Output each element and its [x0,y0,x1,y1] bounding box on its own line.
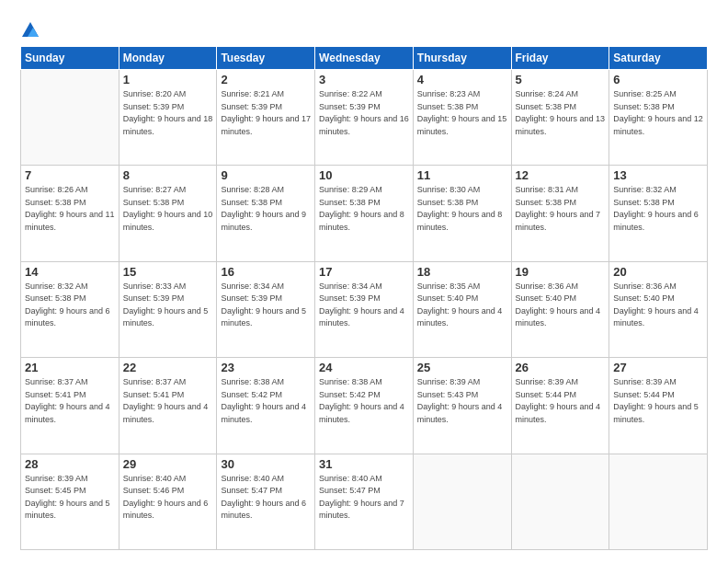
cell-info: Sunrise: 8:22 AMSunset: 5:39 PMDaylight:… [319,88,409,138]
day-number: 10 [319,168,409,182]
day-number: 23 [221,361,311,374]
calendar-week-row: 7Sunrise: 8:26 AMSunset: 5:38 PMDaylight… [21,166,708,261]
logo-icon [20,20,40,40]
day-number: 15 [123,265,213,279]
day-number: 21 [25,361,115,374]
cell-info: Sunrise: 8:32 AMSunset: 5:38 PMDaylight:… [613,184,703,234]
day-number: 26 [516,361,606,374]
calendar-cell: 17Sunrise: 8:34 AMSunset: 5:39 PMDayligh… [315,261,414,357]
cell-info: Sunrise: 8:39 AMSunset: 5:45 PMDaylight:… [25,473,115,523]
cell-info: Sunrise: 8:32 AMSunset: 5:38 PMDaylight:… [25,281,115,330]
calendar-cell: 7Sunrise: 8:26 AMSunset: 5:38 PMDaylight… [21,166,119,261]
day-number: 2 [221,73,311,86]
calendar-cell: 10Sunrise: 8:29 AMSunset: 5:38 PMDayligh… [315,166,414,261]
cell-info: Sunrise: 8:27 AMSunset: 5:38 PMDaylight:… [123,184,213,234]
day-header-tuesday: Tuesday [217,47,315,70]
calendar-cell: 11Sunrise: 8:30 AMSunset: 5:38 PMDayligh… [413,166,511,261]
cell-info: Sunrise: 8:36 AMSunset: 5:40 PMDaylight:… [613,281,703,330]
cell-info: Sunrise: 8:24 AMSunset: 5:38 PMDaylight:… [516,88,606,138]
calendar-cell: 3Sunrise: 8:22 AMSunset: 5:39 PMDaylight… [315,70,414,166]
cell-info: Sunrise: 8:38 AMSunset: 5:42 PMDaylight:… [221,376,311,426]
calendar-cell: 24Sunrise: 8:38 AMSunset: 5:42 PMDayligh… [315,358,414,454]
calendar-header-row: SundayMondayTuesdayWednesdayThursdayFrid… [21,47,708,70]
calendar-cell: 9Sunrise: 8:28 AMSunset: 5:38 PMDaylight… [217,166,315,261]
cell-info: Sunrise: 8:40 AMSunset: 5:47 PMDaylight:… [319,473,409,523]
day-number: 11 [417,168,507,182]
day-number: 22 [123,361,213,374]
calendar-cell: 23Sunrise: 8:38 AMSunset: 5:42 PMDayligh… [217,358,315,454]
day-header-monday: Monday [119,47,217,70]
day-number: 25 [417,361,507,374]
cell-info: Sunrise: 8:20 AMSunset: 5:39 PMDaylight:… [123,88,213,138]
calendar-week-row: 28Sunrise: 8:39 AMSunset: 5:45 PMDayligh… [21,454,708,549]
header [20,17,708,40]
day-number: 19 [516,265,606,279]
cell-info: Sunrise: 8:31 AMSunset: 5:38 PMDaylight:… [516,184,606,234]
cell-info: Sunrise: 8:30 AMSunset: 5:38 PMDaylight:… [417,184,507,234]
day-number: 1 [123,73,213,86]
cell-info: Sunrise: 8:39 AMSunset: 5:44 PMDaylight:… [613,376,703,426]
day-number: 30 [221,457,311,471]
day-number: 9 [221,168,311,182]
day-number: 18 [417,265,507,279]
cell-info: Sunrise: 8:38 AMSunset: 5:42 PMDaylight:… [319,376,409,426]
cell-info: Sunrise: 8:40 AMSunset: 5:46 PMDaylight:… [123,473,213,523]
calendar-cell [21,70,119,166]
calendar-cell [413,454,511,549]
day-number: 17 [319,265,409,279]
calendar-cell: 20Sunrise: 8:36 AMSunset: 5:40 PMDayligh… [609,261,708,357]
calendar-cell: 21Sunrise: 8:37 AMSunset: 5:41 PMDayligh… [21,358,119,454]
day-header-friday: Friday [511,47,609,70]
calendar-cell: 18Sunrise: 8:35 AMSunset: 5:40 PMDayligh… [413,261,511,357]
logo [20,20,44,40]
calendar-cell: 6Sunrise: 8:25 AMSunset: 5:38 PMDaylight… [609,70,708,166]
calendar-cell: 12Sunrise: 8:31 AMSunset: 5:38 PMDayligh… [511,166,609,261]
calendar-cell: 30Sunrise: 8:40 AMSunset: 5:47 PMDayligh… [217,454,315,549]
cell-info: Sunrise: 8:37 AMSunset: 5:41 PMDaylight:… [123,376,213,426]
day-number: 4 [417,73,507,86]
day-number: 7 [25,168,115,182]
calendar-cell: 25Sunrise: 8:39 AMSunset: 5:43 PMDayligh… [413,358,511,454]
cell-info: Sunrise: 8:25 AMSunset: 5:38 PMDaylight:… [613,88,703,138]
calendar-cell: 14Sunrise: 8:32 AMSunset: 5:38 PMDayligh… [21,261,119,357]
day-header-wednesday: Wednesday [315,47,414,70]
calendar-table: SundayMondayTuesdayWednesdayThursdayFrid… [20,46,708,550]
cell-info: Sunrise: 8:33 AMSunset: 5:39 PMDaylight:… [123,281,213,330]
day-number: 6 [613,73,703,86]
cell-info: Sunrise: 8:29 AMSunset: 5:38 PMDaylight:… [319,184,409,234]
calendar-cell: 31Sunrise: 8:40 AMSunset: 5:47 PMDayligh… [315,454,414,549]
calendar-cell: 5Sunrise: 8:24 AMSunset: 5:38 PMDaylight… [511,70,609,166]
day-number: 24 [319,361,409,374]
cell-info: Sunrise: 8:35 AMSunset: 5:40 PMDaylight:… [417,281,507,330]
cell-info: Sunrise: 8:23 AMSunset: 5:38 PMDaylight:… [417,88,507,138]
calendar-cell: 16Sunrise: 8:34 AMSunset: 5:39 PMDayligh… [217,261,315,357]
cell-info: Sunrise: 8:34 AMSunset: 5:39 PMDaylight:… [221,281,311,330]
calendar-cell: 4Sunrise: 8:23 AMSunset: 5:38 PMDaylight… [413,70,511,166]
calendar-cell: 2Sunrise: 8:21 AMSunset: 5:39 PMDaylight… [217,70,315,166]
day-number: 12 [516,168,606,182]
day-number: 27 [613,361,703,374]
calendar-cell: 1Sunrise: 8:20 AMSunset: 5:39 PMDaylight… [119,70,217,166]
cell-info: Sunrise: 8:39 AMSunset: 5:43 PMDaylight:… [417,376,507,426]
day-number: 31 [319,457,409,471]
calendar-cell: 15Sunrise: 8:33 AMSunset: 5:39 PMDayligh… [119,261,217,357]
calendar-week-row: 21Sunrise: 8:37 AMSunset: 5:41 PMDayligh… [21,358,708,454]
day-header-sunday: Sunday [21,47,119,70]
calendar-cell [511,454,609,549]
calendar-cell: 27Sunrise: 8:39 AMSunset: 5:44 PMDayligh… [609,358,708,454]
day-header-thursday: Thursday [413,47,511,70]
calendar-week-row: 14Sunrise: 8:32 AMSunset: 5:38 PMDayligh… [21,261,708,357]
cell-info: Sunrise: 8:21 AMSunset: 5:39 PMDaylight:… [221,88,311,138]
calendar-cell: 26Sunrise: 8:39 AMSunset: 5:44 PMDayligh… [511,358,609,454]
cell-info: Sunrise: 8:34 AMSunset: 5:39 PMDaylight:… [319,281,409,330]
day-number: 13 [613,168,703,182]
calendar-page: SundayMondayTuesdayWednesdayThursdayFrid… [0,0,728,563]
day-number: 5 [516,73,606,86]
calendar-week-row: 1Sunrise: 8:20 AMSunset: 5:39 PMDaylight… [21,70,708,166]
cell-info: Sunrise: 8:36 AMSunset: 5:40 PMDaylight:… [516,281,606,330]
day-number: 28 [25,457,115,471]
cell-info: Sunrise: 8:26 AMSunset: 5:38 PMDaylight:… [25,184,115,234]
calendar-cell: 8Sunrise: 8:27 AMSunset: 5:38 PMDaylight… [119,166,217,261]
cell-info: Sunrise: 8:28 AMSunset: 5:38 PMDaylight:… [221,184,311,234]
day-number: 8 [123,168,213,182]
